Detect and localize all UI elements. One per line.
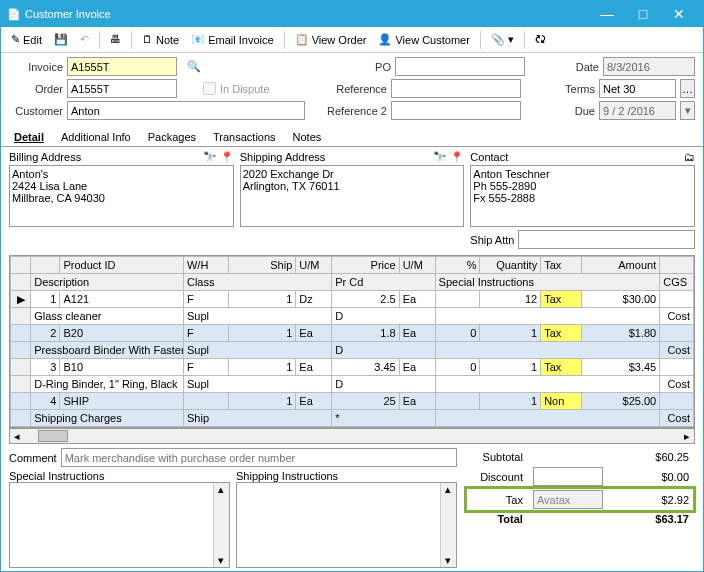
email-label: Email Invoice — [208, 34, 273, 46]
edit-label: Edit — [23, 34, 42, 46]
billing-address-label: Billing Address — [9, 151, 81, 163]
customer-field[interactable] — [67, 101, 305, 120]
scroll-thumb[interactable] — [38, 430, 68, 442]
scroll-left-button[interactable]: ◂ — [10, 430, 24, 443]
email-invoice-button[interactable]: 📧Email Invoice — [187, 32, 277, 48]
line-items-grid[interactable]: Product ID W/H Ship U/M Price U/M % Quan… — [9, 255, 695, 428]
refresh-icon: 🗘 — [535, 34, 546, 45]
grid-desc-row[interactable]: Pressboard Binder With FastenerSupl DCos… — [11, 342, 694, 359]
main-toolbar: ✎Edit 💾 ↶ 🖶 🗒Note 📧Email Invoice 📋View O… — [1, 27, 703, 53]
po-field[interactable] — [395, 57, 525, 76]
print-icon: 🖶 — [110, 34, 121, 45]
pin-icon[interactable]: 📍 — [450, 152, 464, 163]
terms-lookup-button[interactable]: … — [680, 79, 695, 98]
discount-value: $0.00 — [623, 466, 693, 487]
search-icon[interactable]: 🔍 — [187, 61, 201, 72]
maximize-button[interactable]: □ — [625, 6, 661, 22]
subtotal-label: Subtotal — [467, 450, 527, 464]
reference2-label: Reference 2 — [317, 105, 387, 117]
print-button[interactable]: 🖶 — [106, 32, 125, 47]
contact-box[interactable] — [470, 165, 695, 227]
due-field — [599, 101, 676, 120]
binoculars-icon[interactable]: 🔭 — [433, 152, 447, 163]
order-field[interactable] — [67, 79, 177, 98]
comment-label: Comment — [9, 452, 57, 464]
close-button[interactable]: ✕ — [661, 6, 697, 22]
shipping-address-label: Shipping Address — [240, 151, 326, 163]
scroll-down-button[interactable]: ▾ — [441, 554, 455, 567]
tabs: Detail Additional Info Packages Transact… — [1, 127, 703, 147]
due-label: Due — [559, 105, 595, 117]
grid-row[interactable]: ▶1A121F 1Dz2.5Ea 12Tax $30.00 — [11, 291, 694, 308]
undo-button[interactable]: ↶ — [76, 32, 93, 47]
edit-button[interactable]: ✎Edit — [7, 32, 46, 48]
tab-transactions[interactable]: Transactions — [206, 127, 283, 146]
paperclip-icon: 📎 — [491, 34, 505, 45]
reference-label: Reference — [317, 83, 387, 95]
tax-value: $2.92 — [623, 489, 693, 510]
date-label: Date — [563, 61, 599, 73]
scroll-up-button[interactable]: ▴ — [214, 483, 228, 496]
due-datepicker-button: ▾ — [680, 101, 695, 120]
scroll-up-button[interactable]: ▴ — [441, 483, 455, 496]
note-label: Note — [156, 34, 179, 46]
tax-label: Tax — [467, 489, 527, 510]
tab-additional-info[interactable]: Additional Info — [54, 127, 138, 146]
reference-field[interactable] — [391, 79, 521, 98]
shipping-instructions-box[interactable] — [237, 483, 440, 567]
window-title: Customer Invoice — [25, 8, 111, 20]
title-bar: 📄 Customer Invoice — □ ✕ — [1, 1, 703, 27]
grid-desc-row[interactable]: Shipping ChargesShip *Cost — [11, 410, 694, 427]
contact-label: Contact — [470, 151, 508, 163]
in-dispute-label: In Dispute — [220, 83, 270, 95]
pin-icon[interactable]: 📍 — [220, 152, 234, 163]
view-order-button[interactable]: 📋View Order — [291, 32, 371, 48]
view-order-label: View Order — [312, 34, 367, 46]
special-instructions-label: Special Instructions — [9, 470, 230, 482]
shipping-address-box[interactable] — [240, 165, 465, 227]
comment-field[interactable] — [61, 448, 457, 467]
order-icon: 📋 — [295, 34, 309, 45]
dropdown-icon: ▾ — [508, 33, 514, 46]
totals-table: Subtotal$60.25 Discount$0.00 Tax$2.92 To… — [465, 448, 695, 528]
scroll-right-button[interactable]: ▸ — [680, 430, 694, 443]
view-customer-label: View Customer — [395, 34, 469, 46]
view-customer-button[interactable]: 👤View Customer — [374, 32, 473, 48]
minimize-button[interactable]: — — [589, 6, 625, 22]
customer-label: Customer — [9, 105, 63, 117]
app-icon: 📄 — [7, 9, 21, 20]
tab-packages[interactable]: Packages — [141, 127, 203, 146]
binoculars-icon[interactable]: 🔭 — [203, 152, 217, 163]
discount-label: Discount — [467, 466, 527, 487]
reference2-field[interactable] — [391, 101, 521, 120]
note-button[interactable]: 🗒Note — [138, 32, 183, 48]
billing-address-box[interactable] — [9, 165, 234, 227]
grid-row[interactable]: 2B20F 1Ea1.8Ea 01Tax $1.80 — [11, 325, 694, 342]
refresh-button[interactable]: 🗘 — [531, 32, 550, 47]
grid-desc-row[interactable]: D-Ring Binder, 1" Ring, BlackSupl DCost — [11, 376, 694, 393]
attach-button[interactable]: 📎▾ — [487, 31, 518, 48]
ship-attn-field[interactable] — [518, 230, 695, 249]
invoice-field[interactable] — [67, 57, 177, 76]
tab-detail[interactable]: Detail — [7, 127, 51, 146]
tab-notes[interactable]: Notes — [286, 127, 329, 146]
grid-row[interactable]: 4SHIP 1Ea25Ea 1Non $25.00 — [11, 393, 694, 410]
save-icon: 💾 — [54, 34, 68, 45]
tax-type-field — [533, 490, 603, 509]
form-area: Invoice 🔍 PO Date Order In Dispute Refer… — [1, 53, 703, 125]
save-button[interactable]: 💾 — [50, 32, 72, 47]
special-instructions-box[interactable] — [10, 483, 213, 567]
shipping-instructions-label: Shipping Instructions — [236, 470, 457, 482]
grid-row[interactable]: 3B10F 1Ea3.45Ea 01Tax $3.45 — [11, 359, 694, 376]
contact-card-icon[interactable]: 🗂 — [684, 152, 695, 163]
subtotal-value: $60.25 — [623, 450, 693, 464]
note-icon: 🗒 — [142, 34, 153, 45]
discount-input[interactable] — [533, 467, 603, 486]
in-dispute-checkbox — [203, 82, 216, 95]
grid-desc-row[interactable]: Glass cleanerSupl DCost — [11, 308, 694, 325]
scroll-down-button[interactable]: ▾ — [214, 554, 228, 567]
pencil-icon: ✎ — [11, 34, 20, 45]
date-field — [603, 57, 695, 76]
terms-field[interactable] — [599, 79, 676, 98]
grid-horizontal-scrollbar[interactable]: ◂ ▸ — [9, 428, 695, 444]
